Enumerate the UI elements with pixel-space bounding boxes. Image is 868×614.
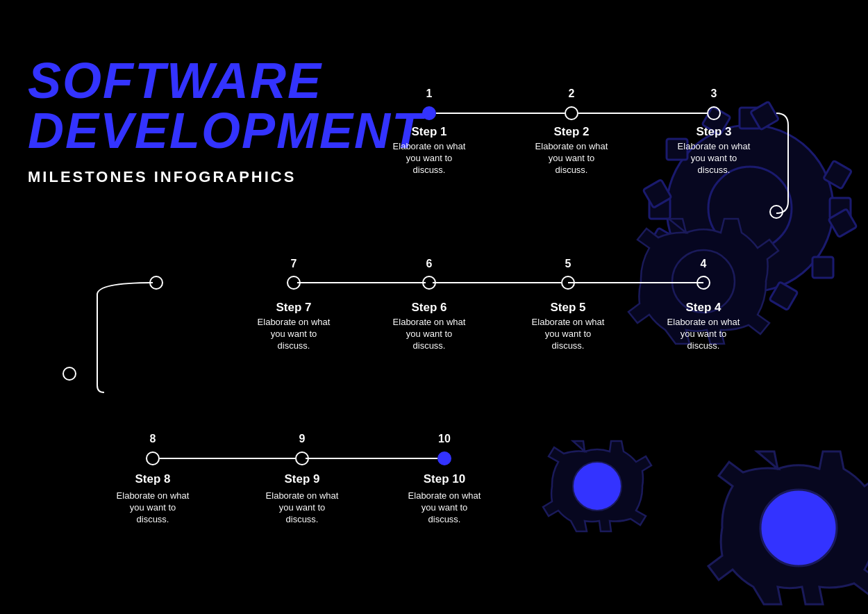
step4-num-label: 4 [701, 258, 707, 269]
step5-desc-l3: discuss. [552, 340, 585, 351]
step8-desc-l1: Elaborate on what [117, 490, 190, 501]
step9-desc-l3: discuss. [286, 514, 319, 524]
main-container: SOFTWARE DEVELOPMENT MILESTONES INFOGRAP… [0, 0, 868, 614]
step2-desc-l1: Elaborate on what [535, 141, 608, 151]
step2-num-label: 2 [569, 88, 575, 99]
step7-desc-l3: discuss. [278, 340, 310, 351]
step7-left-circle [150, 276, 162, 289]
step5-title: Step 5 [550, 301, 585, 314]
step6-desc-l2: you want to [406, 329, 453, 339]
step8-title: Step 8 [135, 472, 170, 486]
step3-circle [708, 107, 720, 119]
step9-num-label: 9 [299, 433, 306, 445]
step4-title: Step 4 [685, 301, 721, 314]
step7-title: Step 7 [276, 301, 311, 314]
step4-circle [697, 276, 710, 289]
step9-desc-l2: you want to [279, 502, 326, 513]
step4-desc-l3: discuss. [687, 340, 720, 351]
step1-circle [423, 107, 435, 119]
gear-bottom-center [543, 441, 651, 531]
step10-title: Step 10 [424, 472, 465, 486]
step1-desc-l3: discuss. [413, 165, 446, 175]
step2-title: Step 2 [553, 125, 589, 138]
step1-desc-l2: you want to [406, 153, 453, 163]
step3-title: Step 3 [696, 125, 731, 138]
step1-num-label: 1 [426, 88, 433, 99]
step8-desc-l2: you want to [130, 502, 176, 513]
step3-num-label: 3 [711, 88, 717, 99]
step10-desc-l1: Elaborate on what [408, 490, 481, 501]
step6-circle [423, 276, 435, 289]
step5-circle [562, 276, 574, 289]
step5-desc-l1: Elaborate on what [532, 317, 605, 327]
connector-7-turn [97, 283, 153, 392]
step7-desc-l1: Elaborate on what [258, 317, 331, 327]
step2-desc-l3: discuss. [556, 165, 588, 175]
step4-desc-l2: you want to [681, 329, 727, 339]
step2-circle [565, 107, 578, 119]
step8-num-label: 8 [150, 433, 156, 445]
step3-desc-l2: you want to [691, 153, 737, 163]
step7-turn-circle [63, 367, 76, 380]
step9-title: Step 9 [284, 472, 319, 486]
step3-desc-l3: discuss. [698, 165, 731, 175]
step5-desc-l2: you want to [545, 329, 592, 339]
step10-circle [438, 452, 451, 465]
step2-desc-l2: you want to [549, 153, 595, 163]
step1-desc-l1: Elaborate on what [393, 141, 466, 151]
step7-num-label: 7 [291, 258, 297, 269]
step1-title: Step 1 [411, 125, 446, 138]
step10-desc-l2: you want to [422, 502, 468, 513]
step6-title: Step 6 [411, 301, 446, 314]
step8-circle [147, 452, 159, 465]
step7-circle [287, 276, 300, 289]
step5-num-label: 5 [565, 258, 571, 269]
step7-desc-l2: you want to [271, 329, 317, 339]
svg-point-19 [760, 490, 837, 566]
infographic-svg: 1 2 3 4 5 6 7 [0, 0, 868, 614]
step9-desc-l1: Elaborate on what [266, 490, 339, 501]
step3-desc-l1: Elaborate on what [678, 141, 751, 151]
step4-desc-l1: Elaborate on what [667, 317, 740, 327]
svg-rect-8 [812, 257, 833, 278]
step10-num-label: 10 [438, 433, 451, 445]
step8-desc-l3: discuss. [137, 514, 169, 524]
step6-desc-l3: discuss. [413, 340, 446, 351]
step3-turn-circle [770, 206, 783, 218]
step6-desc-l1: Elaborate on what [393, 317, 466, 327]
step9-circle [296, 452, 308, 465]
step10-desc-l3: discuss. [428, 514, 461, 524]
step6-num-label: 6 [426, 258, 433, 269]
gear-bottom-right [708, 451, 868, 604]
svg-point-18 [573, 462, 621, 511]
